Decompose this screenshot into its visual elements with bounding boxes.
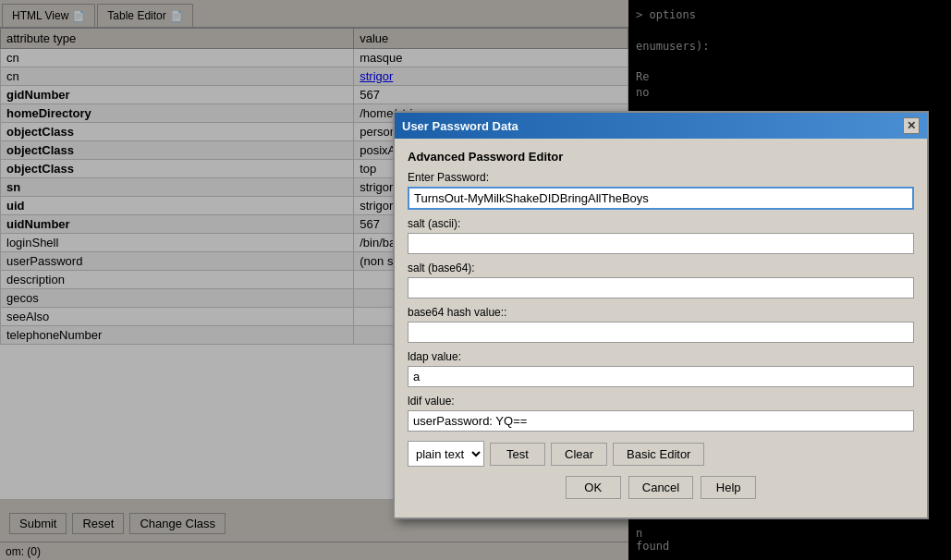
close-icon: ✕ (907, 119, 916, 132)
enter-password-label: Enter Password: (408, 171, 914, 184)
modal-body: Advanced Password Editor Enter Password:… (395, 139, 927, 517)
user-password-dialog: User Password Data ✕ Advanced Password E… (393, 111, 929, 519)
ldif-value-label: ldif value: (408, 395, 914, 408)
modal-title: User Password Data (402, 119, 518, 133)
salt-base64-label: salt (base64): (408, 262, 914, 274)
clear-button[interactable]: Clear (551, 443, 607, 466)
modal-titlebar: User Password Data ✕ (395, 113, 927, 139)
modal-bottom-row: plain text md5 sha ssha crypt Test Clear… (408, 441, 914, 467)
enter-password-input[interactable] (408, 187, 914, 210)
salt-base64-input[interactable] (408, 277, 914, 298)
hash-type-dropdown[interactable]: plain text md5 sha ssha crypt (408, 441, 484, 467)
base64-hash-input[interactable] (408, 322, 914, 343)
modal-action-row: OK Cancel Help (408, 476, 914, 506)
salt-ascii-input[interactable] (408, 233, 914, 254)
base64-hash-label: base64 hash value:: (408, 306, 914, 319)
help-button[interactable]: Help (701, 476, 756, 499)
ldap-value-label: ldap value: (408, 350, 914, 363)
ldif-value-input[interactable] (408, 410, 914, 432)
ok-button[interactable]: OK (566, 476, 621, 499)
section-label: Advanced Password Editor (408, 150, 914, 164)
modal-close-button[interactable]: ✕ (903, 117, 920, 134)
cancel-button[interactable]: Cancel (628, 476, 693, 499)
basic-editor-button[interactable]: Basic Editor (613, 443, 704, 466)
test-button[interactable]: Test (490, 443, 545, 466)
ldap-value-input[interactable] (408, 366, 914, 387)
salt-ascii-label: salt (ascii): (408, 217, 914, 230)
